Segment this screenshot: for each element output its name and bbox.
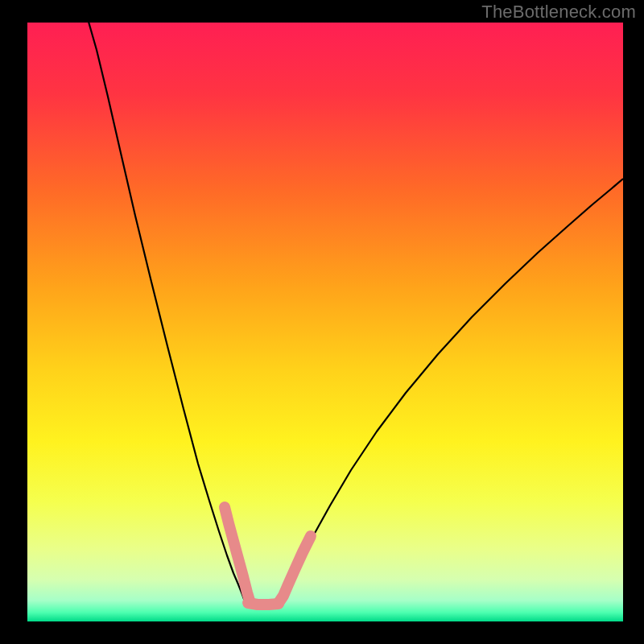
plot-background (27, 23, 623, 621)
bottleneck-chart (0, 0, 644, 644)
watermark-label: TheBottleneck.com (481, 2, 636, 23)
chart-frame: TheBottleneck.com (0, 0, 644, 644)
